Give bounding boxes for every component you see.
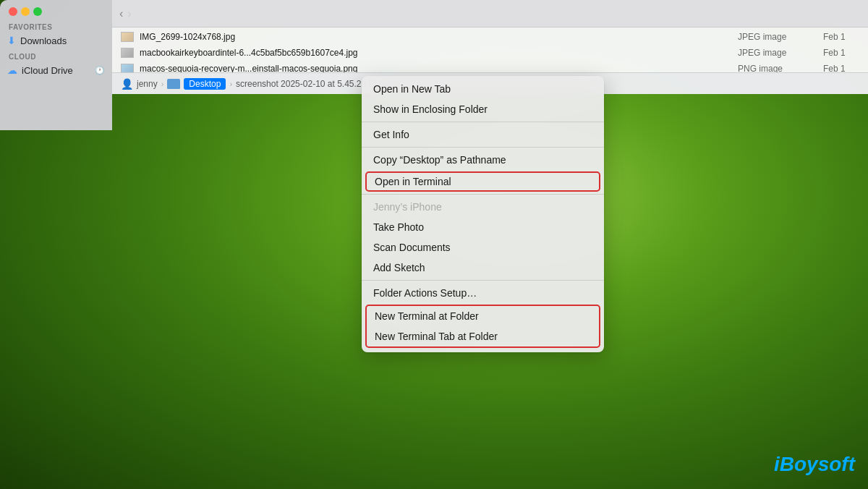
sidebar-icloud-label: iCloud Drive — [22, 65, 73, 76]
menu-scan-docs-label: Scan Documents — [373, 242, 451, 253]
menu-separator-3 — [362, 194, 604, 195]
menu-separator-4 — [362, 280, 604, 281]
file-row[interactable]: macos-sequoia-recovery-m...einstall-maco… — [112, 61, 868, 72]
file-list: IMG_2699-1024x768.jpg JPEG image Feb 1 m… — [112, 27, 868, 72]
menu-item-scan-docs[interactable]: Scan Documents — [362, 237, 604, 258]
png-icon — [121, 64, 134, 72]
menu-open-new-tab-label: Open in New Tab — [373, 83, 451, 95]
menu-folder-actions-label: Folder Actions Setup… — [373, 287, 477, 299]
menu-item-open-new-tab[interactable]: Open in New Tab — [362, 79, 604, 99]
jpg-icon — [121, 32, 134, 42]
menu-get-info-label: Get Info — [373, 129, 409, 140]
menu-item-new-terminal-folder[interactable]: New Terminal at Folder — [367, 306, 599, 326]
close-button[interactable] — [9, 7, 17, 16]
file-name: macos-sequoia-recovery-m...einstall-maco… — [140, 64, 732, 72]
iboysoft-watermark: iBoysoft — [774, 453, 855, 476]
menu-jennys-iphone-label: Jenny’s iPhone — [373, 201, 442, 213]
cloud-section-label: Cloud — [0, 48, 112, 62]
fullscreen-button[interactable] — [33, 7, 42, 16]
breadcrumb-sep1: › — [161, 80, 164, 88]
icloud-icon: ☁ — [7, 64, 17, 76]
breadcrumb-user: jenny — [137, 79, 158, 89]
file-type: JPEG image — [738, 32, 817, 42]
finder-main-panel: ‹ › IMG_2699-1024x768.jpg JPEG image Feb… — [112, 0, 868, 72]
menu-open-terminal-label: Open in Terminal — [375, 176, 451, 187]
file-name: IMG_2699-1024x768.jpg — [140, 32, 732, 42]
menu-separator-1 — [362, 122, 604, 122]
menu-take-photo-label: Take Photo — [373, 221, 424, 233]
forward-icon[interactable]: › — [127, 7, 131, 20]
sidebar-item-icloud[interactable]: ☁ iCloud Drive 🕐 — [0, 62, 112, 78]
menu-separator-2 — [362, 147, 604, 148]
sidebar-downloads-label: Downloads — [20, 35, 67, 46]
menu-copy-pathname-label: Copy “Desktop” as Pathname — [373, 154, 506, 166]
menu-new-terminal-tab-label: New Terminal Tab at Folder — [375, 331, 498, 342]
favorites-section-label: Favorites — [0, 20, 112, 33]
file-type: JPEG image — [738, 48, 817, 58]
breadcrumb-folder-active[interactable]: Desktop — [184, 78, 226, 90]
file-date: Feb 1 — [823, 48, 859, 58]
macbook-icon — [121, 48, 134, 58]
file-name: macbookairkeyboardintel-6...4c5baf5bc659… — [140, 48, 732, 58]
menu-item-get-info[interactable]: Get Info — [362, 124, 604, 145]
file-row[interactable]: macbookairkeyboardintel-6...4c5baf5bc659… — [112, 45, 868, 61]
context-menu: Open in New Tab Show in Enclosing Folder… — [362, 76, 604, 352]
menu-terminal-group: New Terminal at Folder New Terminal Tab … — [365, 305, 600, 348]
icloud-sync-icon: 🕐 — [95, 66, 105, 75]
menu-add-sketch-label: Add Sketch — [373, 262, 425, 273]
file-date: Feb 1 — [823, 64, 859, 72]
menu-show-enclosing-label: Show in Enclosing Folder — [373, 103, 488, 115]
iboysoft-label: iBoysoft — [774, 453, 855, 475]
menu-item-copy-pathname[interactable]: Copy “Desktop” as Pathname — [362, 150, 604, 170]
finder-sidebar: Favorites ⬇ Downloads Cloud ☁ iCloud Dri… — [0, 0, 112, 130]
menu-item-new-terminal-tab[interactable]: New Terminal Tab at Folder — [367, 326, 599, 346]
traffic-lights — [0, 0, 112, 20]
menu-item-open-terminal[interactable]: Open in Terminal — [365, 171, 600, 192]
back-icon[interactable]: ‹ — [119, 7, 123, 20]
menu-item-take-photo[interactable]: Take Photo — [362, 217, 604, 237]
minimize-button[interactable] — [21, 7, 30, 16]
menu-item-jennys-iphone: Jenny’s iPhone — [362, 197, 604, 217]
menu-item-add-sketch[interactable]: Add Sketch — [362, 258, 604, 278]
desktop-folder-icon — [167, 79, 180, 89]
finder-toolbar: ‹ › — [112, 0, 868, 27]
file-date: Feb 1 — [823, 32, 859, 42]
menu-new-terminal-folder-label: New Terminal at Folder — [375, 310, 479, 322]
download-icon: ⬇ — [7, 35, 16, 46]
breadcrumb-sep2: › — [229, 80, 232, 88]
sidebar-item-downloads[interactable]: ⬇ Downloads — [0, 33, 112, 48]
file-row[interactable]: IMG_2699-1024x768.jpg JPEG image Feb 1 — [112, 29, 868, 45]
menu-item-show-enclosing[interactable]: Show in Enclosing Folder — [362, 99, 604, 119]
menu-item-folder-actions[interactable]: Folder Actions Setup… — [362, 283, 604, 303]
file-type: PNG image — [738, 64, 817, 72]
user-folder-icon: 👤 — [121, 78, 133, 90]
